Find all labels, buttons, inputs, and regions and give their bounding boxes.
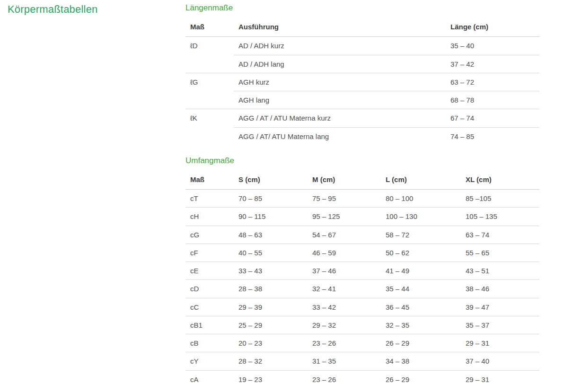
- table-row: cH 90 – 115 95 – 125 100 – 130 105 – 135: [185, 208, 539, 226]
- section-title-laengenmasse: Längenmaße: [185, 3, 539, 13]
- table-row: ℓD AD / ADH kurz 35 – 40: [185, 37, 539, 55]
- page: Körpermaßtabellen Längenmaße Maß Ausführ…: [0, 0, 573, 392]
- cell-xl: 38 – 46: [461, 280, 539, 298]
- col-header-mass: Maß: [185, 16, 234, 37]
- cell-variant: AGG / AT/ ATU Materna lang: [234, 127, 446, 145]
- section-title-umfangmasse: Umfangmaße: [185, 156, 539, 166]
- cell-l: 26 – 29: [381, 370, 461, 388]
- cell-xl: 105 – 135: [461, 208, 539, 226]
- cell-xl: 63 – 74: [461, 226, 539, 244]
- table-row: AGG / AT/ ATU Materna lang 74 – 85: [185, 127, 539, 145]
- content-column: Längenmaße Maß Ausführung Länge (cm) ℓD …: [185, 3, 539, 392]
- cell-l: 35 – 44: [381, 280, 461, 298]
- cell-s: 19 – 23: [234, 370, 308, 388]
- cell-mass: cH: [185, 208, 234, 226]
- col-header-length: Länge (cm): [446, 16, 539, 37]
- table-row: cC 29 – 39 33 – 42 36 – 45 39 – 47: [185, 298, 539, 316]
- col-header-variant: Ausführung: [234, 16, 446, 37]
- cell-m: 23 – 26: [308, 370, 381, 388]
- cell-length: 74 – 85: [446, 127, 539, 145]
- cell-m: 75 – 95: [308, 190, 381, 208]
- header-row: Maß Ausführung Länge (cm): [185, 16, 539, 37]
- cell-m: 54 – 67: [308, 226, 381, 244]
- table-row: AGH lang 68 – 78: [185, 91, 539, 109]
- cell-mass: cD: [185, 280, 234, 298]
- cell-xl: 35 – 37: [461, 316, 539, 334]
- table-row: ℓG AGH kurz 63 – 72: [185, 73, 539, 91]
- cell-s: 25 – 29: [234, 316, 308, 334]
- cell-mass: cB1: [185, 316, 234, 334]
- cell-length: 35 – 40: [446, 37, 539, 55]
- cell-l: 58 – 72: [381, 226, 461, 244]
- table-row: ℓK AGG / AT / ATU Materna kurz 67 – 74: [185, 109, 539, 127]
- cell-xl: 29 – 31: [461, 334, 539, 352]
- col-header-s: S (cm): [234, 169, 308, 190]
- cell-variant: AGH lang: [234, 91, 446, 109]
- table-row: cA 19 – 23 23 – 26 26 – 29 29 – 31: [185, 370, 539, 388]
- section-laengenmasse: Längenmaße Maß Ausführung Länge (cm) ℓD …: [185, 3, 539, 145]
- cell-s: 48 – 63: [234, 226, 308, 244]
- cell-m: 33 – 42: [308, 298, 381, 316]
- umfangmasse-table: Maß S (cm) M (cm) L (cm) XL (cm) cT 70 –…: [185, 169, 539, 388]
- cell-l: 32 – 35: [381, 316, 461, 334]
- cell-l: 41 – 49: [381, 262, 461, 280]
- cell-length: 67 – 74: [446, 109, 539, 127]
- cell-m: 37 – 46: [308, 262, 381, 280]
- page-title: Körpermaßtabellen: [8, 3, 185, 16]
- cell-variant: AD / ADH kurz: [234, 37, 446, 55]
- cell-m: 29 – 32: [308, 316, 381, 334]
- cell-xl: 39 – 47: [461, 298, 539, 316]
- cell-s: 20 – 23: [234, 334, 308, 352]
- cell-variant: AGG / AT / ATU Materna kurz: [234, 109, 446, 127]
- section-umfangmasse: Umfangmaße Maß S (cm) M (cm) L (cm) XL (…: [185, 156, 539, 388]
- cell-l: 36 – 45: [381, 298, 461, 316]
- table-row: cE 33 – 43 37 – 46 41 – 49 43 – 51: [185, 262, 539, 280]
- table-row: cY 28 – 32 31 – 35 34 – 38 37 – 40: [185, 352, 539, 370]
- cell-m: 95 – 125: [308, 208, 381, 226]
- cell-s: 70 – 85: [234, 190, 308, 208]
- table-row: AD / ADH lang 37 – 42: [185, 55, 539, 73]
- cell-xl: 29 – 31: [461, 370, 539, 388]
- cell-s: 40 – 55: [234, 244, 308, 261]
- left-column: Körpermaßtabellen: [0, 3, 185, 392]
- cell-xl: 85 –105: [461, 190, 539, 208]
- cell-s: 29 – 39: [234, 298, 308, 316]
- cell-mass: ℓD: [185, 37, 234, 73]
- table-row: cT 70 – 85 75 – 95 80 – 100 85 –105: [185, 190, 539, 208]
- cell-mass: ℓG: [185, 73, 234, 109]
- cell-length: 68 – 78: [446, 91, 539, 109]
- header-row: Maß S (cm) M (cm) L (cm) XL (cm): [185, 169, 539, 190]
- laengenmasse-table-body: ℓD AD / ADH kurz 35 – 40 AD / ADH lang 3…: [185, 37, 539, 145]
- cell-l: 34 – 38: [381, 352, 461, 370]
- cell-length: 37 – 42: [446, 55, 539, 73]
- cell-mass: cB: [185, 334, 234, 352]
- cell-mass: cY: [185, 352, 234, 370]
- table-row: cG 48 – 63 54 – 67 58 – 72 63 – 74: [185, 226, 539, 244]
- col-header-m: M (cm): [308, 169, 381, 190]
- cell-s: 28 – 32: [234, 352, 308, 370]
- cell-l: 26 – 29: [381, 334, 461, 352]
- cell-mass: cT: [185, 190, 234, 208]
- cell-mass: cA: [185, 370, 234, 388]
- laengenmasse-table-header: Maß Ausführung Länge (cm): [185, 16, 539, 37]
- cell-length: 63 – 72: [446, 73, 539, 91]
- cell-m: 23 – 26: [308, 334, 381, 352]
- cell-xl: 37 – 40: [461, 352, 539, 370]
- laengenmasse-table: Maß Ausführung Länge (cm) ℓD AD / ADH ku…: [185, 16, 539, 145]
- umfangmasse-table-body: cT 70 – 85 75 – 95 80 – 100 85 –105 cH 9…: [185, 190, 539, 388]
- cell-l: 80 – 100: [381, 190, 461, 208]
- cell-s: 28 – 38: [234, 280, 308, 298]
- table-row: cB 20 – 23 23 – 26 26 – 29 29 – 31: [185, 334, 539, 352]
- cell-mass: cG: [185, 226, 234, 244]
- cell-l: 50 – 62: [381, 244, 461, 261]
- cell-l: 100 – 130: [381, 208, 461, 226]
- cell-xl: 55 – 65: [461, 244, 539, 261]
- cell-m: 32 – 41: [308, 280, 381, 298]
- cell-m: 46 – 59: [308, 244, 381, 261]
- col-header-mass: Maß: [185, 169, 234, 190]
- cell-variant: AGH kurz: [234, 73, 446, 91]
- table-row: cF 40 – 55 46 – 59 50 – 62 55 – 65: [185, 244, 539, 261]
- col-header-l: L (cm): [381, 169, 461, 190]
- table-row: cD 28 – 38 32 – 41 35 – 44 38 – 46: [185, 280, 539, 298]
- cell-mass: cC: [185, 298, 234, 316]
